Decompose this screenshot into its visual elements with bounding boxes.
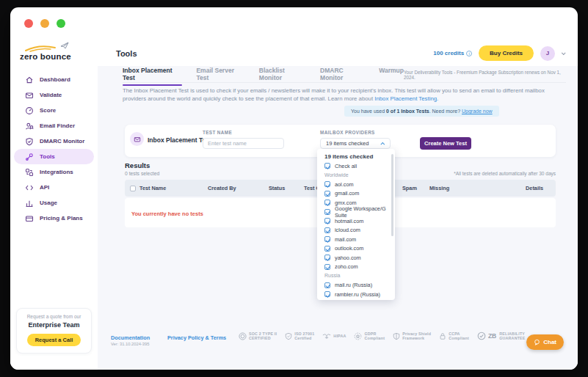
info-icon[interactable] (466, 51, 472, 56)
column-created-by: Created By (208, 180, 236, 197)
sidebar-item-api[interactable]: API (14, 180, 94, 195)
page-title: Tools (116, 49, 137, 58)
checkbox-icon[interactable] (324, 282, 330, 288)
sidebar-item-tools[interactable]: Tools (14, 149, 94, 164)
upgrade-now-link[interactable]: Upgrade now (462, 109, 493, 114)
app-window: zero bounce Dashboard Validate Score Ema… (10, 7, 578, 370)
hipaa-badge: HIPAA (322, 332, 346, 340)
privacy-policy-link[interactable]: Privacy Policy & Terms (167, 334, 226, 341)
tab-inbox-placement-test[interactable]: Inbox Placement Test (123, 67, 182, 85)
logo-text: zero bounce (20, 52, 87, 61)
provider-option[interactable]: yahoo.com (317, 253, 395, 263)
checkbox-icon[interactable] (324, 291, 330, 297)
close-window-button[interactable] (24, 19, 33, 28)
checkbox-icon[interactable] (324, 246, 330, 252)
test-name-input[interactable] (203, 138, 284, 149)
providers-selected-value: 19 items checked (326, 140, 369, 147)
gdpr-badge: GDPRCompliant (354, 332, 385, 340)
content: Inbox Placement Test Email Server Test B… (98, 66, 578, 370)
dropdown-scrollbar[interactable] (391, 154, 393, 236)
sidebar-item-validate[interactable]: Validate (14, 87, 94, 103)
chat-button[interactable]: Chat (526, 334, 564, 350)
maximize-window-button[interactable] (57, 19, 65, 28)
column-status: Status (269, 180, 285, 197)
inbox-placement-testing-link[interactable]: Inbox Placement Testing. (374, 95, 438, 102)
tests-selected-count: 0 tests selected (125, 171, 159, 176)
sidebar-item-email-finder[interactable]: Email Finder (14, 118, 94, 133)
tab-blacklist-monitor[interactable]: Blacklist Monitor (259, 67, 306, 85)
tab-dmarc-monitor[interactable]: DMARC Monitor (320, 67, 365, 85)
provider-option[interactable]: rambler.ru (Russia) (317, 290, 395, 299)
sidebar-item-label: Validate (40, 92, 62, 98)
checkbox-icon[interactable] (324, 200, 330, 205)
checkbox-icon[interactable] (324, 181, 330, 187)
checkbox-icon[interactable] (324, 209, 330, 215)
zerobounce-logo[interactable]: zero bounce (20, 42, 87, 61)
sidebar-item-label: Email Finder (40, 122, 75, 129)
integrations-icon (25, 168, 34, 177)
sidebar-item-usage[interactable]: Usage (14, 195, 94, 211)
provider-option[interactable]: gmail.com (317, 189, 395, 199)
column-test-name: Test Name (139, 180, 166, 197)
provider-option[interactable]: mail.com (317, 235, 395, 244)
results-title: Results (125, 161, 150, 169)
avatar[interactable]: J (540, 46, 555, 61)
card-icon (25, 214, 34, 223)
sidebar-item-label: Integrations (40, 169, 73, 175)
sidebar-item-pricing-plans[interactable]: Pricing & Plans (14, 211, 94, 226)
lock-icon (439, 332, 446, 340)
privacy-shield-icon (393, 332, 400, 340)
create-new-test-button[interactable]: Create New Test (420, 137, 471, 150)
eagle-icon (322, 332, 331, 340)
sidebar-item-dmarc-monitor[interactable]: DMARC Monitor (14, 133, 94, 149)
iso-badge: ISO 27001Certified (285, 332, 314, 340)
checkbox-icon[interactable] (324, 163, 330, 169)
checkbox-icon[interactable] (324, 236, 330, 242)
column-spam: Spam (402, 180, 417, 197)
sidebar-item-integrations[interactable]: Integrations (14, 164, 94, 180)
mailbox-providers-label: MAILBOX PROVIDERS (320, 130, 375, 135)
sidebar: zero bounce Dashboard Validate Score Ema… (10, 40, 98, 370)
envelope-icon (25, 91, 34, 100)
chat-label: Chat (543, 339, 556, 345)
enterprise-quote-text: Request a quote from our (20, 314, 88, 319)
person-search-icon (25, 122, 34, 131)
provider-option[interactable]: zoho.com (317, 263, 395, 272)
chevron-down-icon[interactable] (562, 51, 566, 55)
minimize-window-button[interactable] (40, 19, 49, 28)
buy-credits-button[interactable]: Buy Credits (479, 45, 534, 61)
sidebar-item-label: Pricing & Plans (40, 215, 83, 222)
documentation-link[interactable]: Documentation (111, 334, 150, 341)
provider-option[interactable]: icloud.com (317, 226, 395, 235)
tabs-row: Inbox Placement Test Email Server Test B… (123, 70, 566, 83)
seal-icon (239, 332, 247, 340)
checkbox-icon[interactable] (324, 227, 330, 233)
checkbox-icon[interactable] (324, 218, 330, 224)
chevron-up-icon (380, 142, 385, 146)
checkbox-icon[interactable] (324, 264, 330, 270)
provider-option[interactable]: outlook.com (317, 244, 395, 254)
provider-option[interactable]: aol.com (317, 180, 395, 189)
shield-icon (25, 137, 34, 146)
request-call-button[interactable]: Request a Call (27, 334, 81, 346)
tab-warmup[interactable]: Warmup (379, 67, 404, 85)
mailbox-providers-select[interactable]: 19 items checked (320, 138, 391, 149)
credits-counter[interactable]: 100 credits (433, 50, 472, 56)
tab-email-server-test[interactable]: Email Server Test (196, 67, 244, 85)
checkbox-icon[interactable] (324, 191, 330, 197)
zb-guarantee-badge: ZB RELIABILITYGUARANTEE (477, 332, 526, 340)
check-all-option[interactable]: Check all (317, 161, 395, 171)
sidebar-item-score[interactable]: Score (14, 103, 94, 118)
sidebar-item-label: Dashboard (40, 76, 70, 83)
provider-option[interactable]: mail.ru (Russia) (317, 281, 395, 290)
provider-option[interactable]: Google Workspace/G Suite (317, 208, 395, 217)
check-circle-icon (477, 332, 486, 340)
sidebar-item-dashboard[interactable]: Dashboard (14, 72, 94, 87)
checkbox-icon[interactable] (324, 255, 330, 260)
select-all-checkbox[interactable] (130, 186, 136, 191)
gauge-icon (25, 106, 34, 115)
soc2-badge: SOC 2 TYPE IICERTIFIED (239, 332, 277, 340)
enterprise-team-label: Enterprise Team (20, 321, 88, 329)
sidebar-item-label: Usage (40, 200, 57, 206)
subscription-note: Your Deliverability Tools - Freemium Pac… (404, 70, 566, 83)
